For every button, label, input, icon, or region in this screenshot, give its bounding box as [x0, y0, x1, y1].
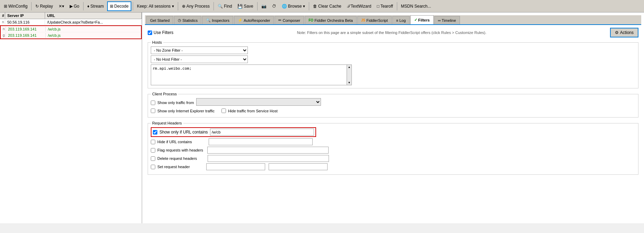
set-header-value-input[interactable] — [269, 163, 328, 170]
timer-button[interactable]: ⏱ — [270, 1, 279, 11]
go-button[interactable]: ▶ Go — [67, 1, 82, 11]
show-only-traffic-checkbox[interactable] — [151, 101, 155, 105]
separator — [397, 2, 397, 10]
tab-timeline[interactable]: ═ Timeline — [434, 16, 460, 24]
textwizard-button[interactable]: 𝒯 TextWizard — [345, 1, 374, 11]
tearoff-icon: □ — [377, 4, 379, 9]
zone-filter-dropdown[interactable]: - No Zone Filter - Show only Intranet Hi… — [151, 46, 248, 54]
actions-icon: ⚙ — [615, 30, 619, 35]
hosts-textarea[interactable]: rm.api.weibo.com; — [151, 64, 347, 85]
separator — [178, 2, 178, 10]
hide-url-label: Hide if URL contains — [157, 140, 192, 144]
host-filter-dropdown[interactable]: - No Host Filter - Hide the following Ho… — [151, 55, 248, 63]
tab-inspectors[interactable]: 🔍 Inspectors — [202, 16, 233, 24]
hosts-textarea-container: rm.api.weibo.com; ▲ ▼ — [151, 64, 352, 85]
main-toolbar: ⊞ WinConfig ↻ Replay ✕▾ ▶ Go ♦ Stream ⊞ … — [0, 0, 644, 12]
find-icon: 🔍 — [218, 4, 223, 9]
find-button[interactable]: 🔍 Find — [215, 1, 234, 11]
statistics-icon: ◷ — [178, 18, 181, 23]
show-url-highlighted-row: Show only if URL contains — [151, 127, 316, 137]
separator — [214, 2, 214, 10]
separator — [133, 2, 133, 10]
tab-composer[interactable]: ✏ Composer — [275, 16, 304, 24]
decode-button[interactable]: ⊞ Decode — [107, 1, 131, 11]
show-only-url-label: Show only if URL contains — [159, 130, 208, 135]
msdn-search-button[interactable]: MSDN Search... — [399, 1, 434, 11]
set-header-name-input[interactable] — [206, 163, 265, 170]
highlighted-session-group: n 203.119.169.141 /w/cb.js g 203.119.169… — [0, 25, 142, 39]
filters-header: Use Filters Note: Filters on this page a… — [148, 28, 638, 37]
request-headers-section: Request Headers Show only if URL contain… — [148, 121, 638, 175]
log-icon: ≡ — [396, 18, 398, 23]
show-only-traffic-label: Show only traffic from — [157, 101, 194, 105]
tab-get-started[interactable]: Get Started — [146, 16, 173, 24]
ie-service-row: Show only Internet Explorer traffic Hide… — [151, 109, 635, 114]
flag-headers-label: Flag requests with headers — [157, 148, 203, 152]
use-filters-label: Use Filters — [154, 30, 173, 35]
delete-headers-checkbox[interactable] — [151, 156, 155, 161]
filters-content: Use Filters Note: Filters on this page a… — [145, 25, 641, 220]
set-header-checkbox[interactable] — [151, 165, 155, 169]
client-process-legend: Client Process — [151, 92, 178, 96]
textwizard-icon: 𝒯 — [347, 4, 350, 9]
session-panel: # Server IP URL n 50.56.19.116 /UpdateCh… — [0, 12, 142, 223]
timeline-icon: ═ — [438, 18, 441, 23]
remove-button[interactable]: ✕▾ — [56, 1, 67, 11]
session-row[interactable]: g 203.119.169.141 /w/cb.js — [1, 32, 141, 38]
flag-headers-checkbox[interactable] — [151, 148, 155, 153]
inspectors-icon: 🔍 — [206, 18, 211, 23]
session-row[interactable]: n 50.56.19.116 /UpdateCheck.aspx?isBeta=… — [0, 19, 142, 25]
save-button[interactable]: 💾 Save — [235, 1, 255, 11]
stream-icon: ♦ — [87, 4, 89, 9]
use-filters-checkbox-row: Use Filters — [148, 30, 173, 35]
delete-headers-label: Delete request headers — [157, 156, 197, 161]
composer-icon: ✏ — [278, 18, 281, 23]
show-ie-label: Show only Internet Explorer traffic — [157, 109, 215, 113]
browse-button[interactable]: 🌐 Browse ▾ — [279, 1, 307, 11]
tab-log[interactable]: ≡ Log — [392, 16, 410, 24]
request-headers-legend: Request Headers — [151, 121, 183, 125]
any-process-button[interactable]: ⊕ Any Process — [180, 1, 212, 11]
hide-service-checkbox[interactable] — [221, 109, 226, 113]
tab-fiddler-orchestra[interactable]: FO Fiddler Orchestra Beta — [305, 16, 357, 24]
main-area: # Server IP URL n 50.56.19.116 /UpdateCh… — [0, 12, 644, 223]
tab-autoresponder[interactable]: ⚡ AutoResponder — [234, 16, 274, 24]
autoresponder-icon: ⚡ — [238, 18, 243, 23]
scrollbar[interactable]: ▲ ▼ — [347, 64, 352, 85]
col-ip: Server IP — [5, 12, 45, 19]
flag-headers-input[interactable] — [207, 147, 329, 154]
show-only-url-input[interactable] — [210, 129, 314, 136]
tab-statistics[interactable]: ◷ Statistics — [174, 16, 201, 24]
winconfig-button[interactable]: ⊞ WinConfig — [1, 1, 30, 11]
session-row[interactable]: n 203.119.169.141 /w/cb.js — [1, 26, 141, 32]
client-process-section: Client Process Show only traffic from Sh… — [148, 92, 638, 118]
use-filters-checkbox[interactable] — [148, 31, 152, 35]
hide-url-row: Hide if URL contains — [151, 138, 635, 145]
delete-headers-input[interactable] — [208, 155, 329, 162]
screenshot-button[interactable]: 📷 — [259, 1, 269, 11]
replay-button[interactable]: ↻ Replay — [33, 1, 55, 11]
separator — [83, 2, 84, 10]
hide-url-checkbox[interactable] — [151, 140, 155, 144]
show-only-traffic-row: Show only traffic from — [151, 98, 635, 107]
set-header-row: Set request header — [151, 163, 635, 170]
actions-button[interactable]: ⚙ Actions — [610, 28, 638, 37]
separator — [31, 2, 32, 10]
show-only-url-checkbox[interactable] — [153, 130, 157, 135]
tearoff-button[interactable]: □ Tearoff — [374, 1, 395, 11]
tab-fiddlerscript[interactable]: JS FiddlerScript — [357, 16, 392, 24]
clear-cache-icon: 🗑 — [313, 4, 317, 9]
hide-url-input[interactable] — [209, 138, 313, 145]
hosts-legend: Hosts — [151, 40, 163, 44]
session-header: # Server IP URL — [0, 12, 142, 19]
process-icon: ⊕ — [182, 4, 185, 9]
filters-note: Note: Filters on this page are a simple … — [177, 31, 606, 35]
tab-filters[interactable]: ✓ Filters — [410, 15, 434, 24]
stream-button[interactable]: ♦ Stream — [85, 1, 106, 11]
replay-icon: ↻ — [35, 4, 39, 9]
clear-cache-button[interactable]: 🗑 Clear Cache — [311, 1, 344, 11]
keep-sessions-button[interactable]: Keep: All sessions ▾ — [134, 1, 176, 11]
process-dropdown[interactable] — [196, 98, 321, 106]
browse-icon: 🌐 — [282, 4, 287, 9]
show-ie-checkbox[interactable] — [151, 109, 155, 113]
